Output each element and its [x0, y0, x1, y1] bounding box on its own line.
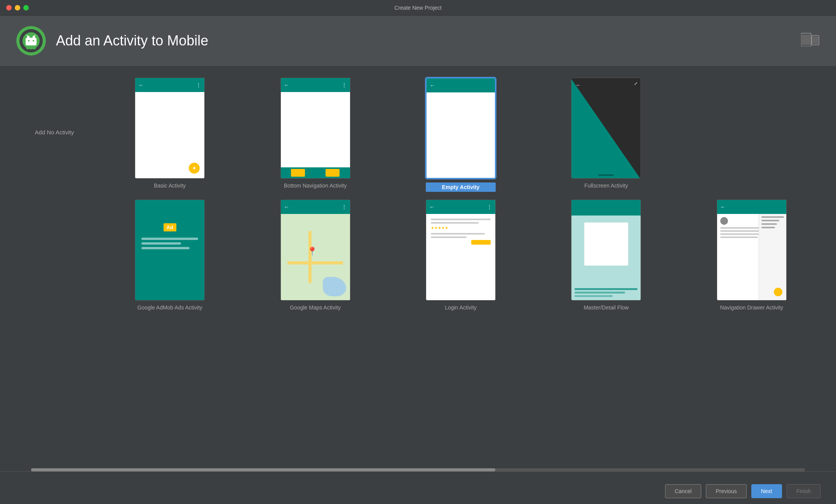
map-pin: 📍: [307, 247, 317, 257]
master-detail-card[interactable]: Master/Detail Flow: [537, 200, 675, 311]
drawer-panel: [759, 214, 786, 300]
phone-content: [427, 92, 495, 178]
nav-drawer-phone: ←: [717, 200, 786, 300]
scrollbar[interactable]: [31, 468, 805, 471]
activity-grid-row1: Add No Activity ← ⋮ + Basic Activity: [16, 78, 820, 192]
drawer-line: [761, 220, 780, 221]
svg-rect-10: [26, 45, 29, 49]
menu-icon: ⋮: [341, 204, 347, 210]
svg-rect-11: [33, 45, 36, 49]
drawer-line: [761, 223, 777, 225]
content-line: [720, 236, 758, 238]
ad-line: [141, 247, 190, 249]
bottom-nav-item: [291, 169, 305, 177]
close-button[interactable]: [6, 5, 12, 10]
login-activity-label: Login Activity: [445, 304, 477, 311]
add-no-activity-label: Add No Activity: [35, 129, 74, 136]
fullscreen-diagonal: [571, 78, 641, 179]
ad-lines: [135, 238, 204, 249]
ad-line: [141, 238, 198, 240]
menu-icon: ⋮: [196, 82, 201, 88]
master-detail-body: [571, 216, 641, 300]
android-studio-logo: [16, 25, 47, 56]
svg-rect-15: [813, 37, 818, 44]
detail-pane: [584, 222, 628, 266]
ad-badge: Ad: [164, 223, 176, 231]
maximize-button[interactable]: [23, 5, 29, 10]
main-content: Add No Activity ← ⋮ + Basic Activity: [0, 66, 836, 465]
scroll-area: [0, 465, 836, 471]
nav-drawer-preview: ←: [717, 200, 787, 301]
bottom-nav-activity-card[interactable]: ← ⋮ Bottom Navigation Activity: [246, 78, 384, 189]
drawer-line: [761, 227, 775, 228]
add-no-activity-cell[interactable]: Add No Activity: [16, 78, 93, 186]
login-btn: [471, 240, 491, 245]
phone-toolbar: ← ⋮: [281, 78, 350, 92]
phone-content: +: [135, 92, 204, 178]
admob-activity-preview: Ad: [135, 200, 205, 301]
master-detail-header: [571, 200, 641, 216]
footer: Cancel Previous Next Finish: [0, 471, 836, 504]
master-detail-content: [571, 200, 641, 300]
basic-activity-preview: ← ⋮ +: [135, 78, 205, 179]
fab-icon: +: [189, 163, 200, 174]
back-icon: ←: [284, 82, 289, 88]
menu-icon: ⋮: [487, 204, 492, 210]
phone-toolbar: ← ⋮: [426, 200, 495, 214]
master-detail-label: Master/Detail Flow: [583, 304, 629, 311]
maps-activity-card[interactable]: ← ⋮ 📍 Google Maps Activity: [246, 200, 384, 311]
empty-activity-card[interactable]: ← Empty Activity: [392, 78, 529, 192]
map-water: [323, 277, 346, 296]
maps-activity-preview: ← ⋮ 📍: [280, 200, 350, 301]
back-icon: ←: [429, 204, 435, 210]
svg-point-8: [28, 40, 30, 42]
login-stars: ★★★★★: [431, 226, 491, 230]
device-home-bar: [598, 174, 614, 176]
admob-content: Ad: [135, 223, 204, 301]
list-line: [575, 288, 637, 290]
empty-activity-preview: ←: [426, 78, 496, 179]
fullscreen-back-icon: ←: [575, 82, 581, 88]
map-road-h: [287, 261, 343, 264]
basic-activity-label: Basic Activity: [154, 182, 186, 189]
phone-toolbar: ←: [427, 78, 495, 92]
list-line: [575, 292, 625, 294]
avatar-circle: [720, 217, 728, 225]
drawer-line: [761, 216, 784, 218]
minimize-button[interactable]: [15, 5, 20, 10]
bottom-nav-activity-label: Bottom Navigation Activity: [284, 182, 347, 189]
admob-activity-card[interactable]: Ad Google AdMob Ads Activity: [101, 200, 239, 311]
fullscreen-expand-icon: ⤢: [634, 81, 637, 86]
empty-activity-label: Empty Activity: [426, 182, 496, 192]
bottom-nav-activity-preview: ← ⋮: [280, 78, 350, 179]
fullscreen-activity-card[interactable]: ← ⤢ Fullscreen Activity: [537, 78, 675, 189]
device-icon: [801, 33, 820, 49]
login-activity-card[interactable]: ← ⋮ ★★★★★ Login Ac: [392, 200, 529, 311]
bottom-nav: [281, 167, 350, 178]
titlebar: Create New Project: [0, 0, 836, 16]
fullscreen-bg: ← ⤢: [571, 78, 641, 178]
ad-line: [141, 242, 181, 245]
previous-button[interactable]: Previous: [706, 484, 746, 498]
login-content: ★★★★★: [426, 214, 495, 300]
bottom-nav-item: [326, 169, 340, 177]
cancel-button[interactable]: Cancel: [665, 484, 702, 498]
fullscreen-activity-preview: ← ⤢: [571, 78, 641, 179]
login-line: [431, 222, 479, 224]
scroll-thumb: [31, 468, 495, 471]
back-icon: ←: [430, 82, 435, 89]
header-icon: ←: [720, 204, 726, 210]
fullscreen-activity-label: Fullscreen Activity: [584, 182, 628, 189]
admob-activity-label: Google AdMob Ads Activity: [138, 304, 202, 311]
basic-activity-card[interactable]: ← ⋮ + Basic Activity: [101, 78, 239, 189]
header: Add an Activity to Mobile: [0, 16, 836, 66]
menu-icon: ⋮: [341, 82, 347, 88]
scrolling-header: ←: [717, 200, 786, 214]
nav-drawer-body: [717, 214, 786, 300]
window-controls: [6, 5, 29, 10]
list-line: [575, 295, 612, 297]
login-activity-preview: ← ⋮ ★★★★★: [426, 200, 496, 301]
next-button[interactable]: Next: [751, 484, 782, 498]
finish-button[interactable]: Finish: [787, 484, 820, 498]
nav-drawer-card[interactable]: ←: [683, 200, 820, 311]
